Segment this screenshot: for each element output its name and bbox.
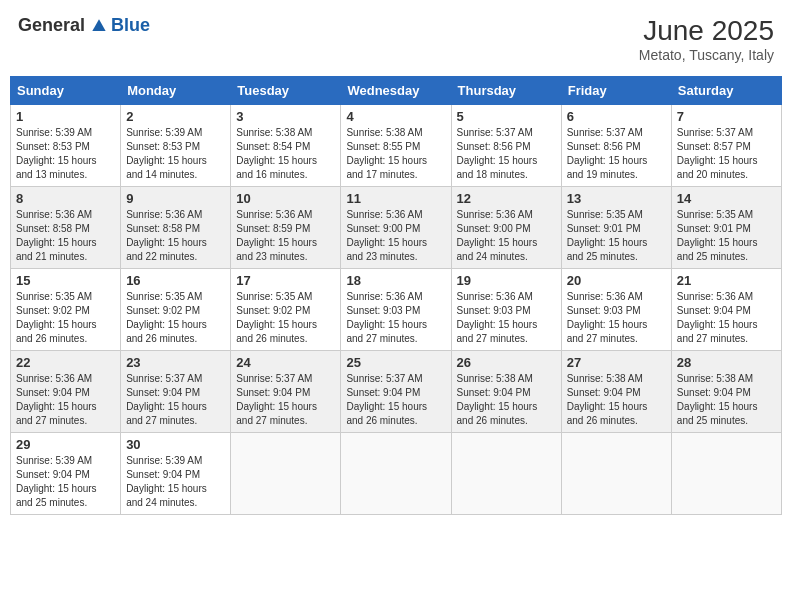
table-row [671,433,781,515]
day-number: 11 [346,191,445,206]
page-header: General Blue June 2025 Metato, Tuscany, … [10,10,782,68]
table-row: 7Sunrise: 5:37 AM Sunset: 8:57 PM Daylig… [671,105,781,187]
header-thursday: Thursday [451,77,561,105]
day-number: 2 [126,109,225,124]
table-row: 28Sunrise: 5:38 AM Sunset: 9:04 PM Dayli… [671,351,781,433]
day-number: 4 [346,109,445,124]
day-info: Sunrise: 5:36 AM Sunset: 8:58 PM Dayligh… [126,208,225,264]
table-row: 1Sunrise: 5:39 AM Sunset: 8:53 PM Daylig… [11,105,121,187]
day-info: Sunrise: 5:35 AM Sunset: 9:02 PM Dayligh… [16,290,115,346]
day-number: 1 [16,109,115,124]
calendar-week-row: 22Sunrise: 5:36 AM Sunset: 9:04 PM Dayli… [11,351,782,433]
day-info: Sunrise: 5:36 AM Sunset: 9:00 PM Dayligh… [457,208,556,264]
header-tuesday: Tuesday [231,77,341,105]
day-number: 23 [126,355,225,370]
calendar-week-row: 8Sunrise: 5:36 AM Sunset: 8:58 PM Daylig… [11,187,782,269]
day-info: Sunrise: 5:37 AM Sunset: 8:57 PM Dayligh… [677,126,776,182]
day-number: 8 [16,191,115,206]
day-number: 3 [236,109,335,124]
table-row: 27Sunrise: 5:38 AM Sunset: 9:04 PM Dayli… [561,351,671,433]
day-info: Sunrise: 5:39 AM Sunset: 9:04 PM Dayligh… [126,454,225,510]
day-number: 28 [677,355,776,370]
day-info: Sunrise: 5:35 AM Sunset: 9:02 PM Dayligh… [236,290,335,346]
day-number: 29 [16,437,115,452]
day-number: 15 [16,273,115,288]
table-row: 26Sunrise: 5:38 AM Sunset: 9:04 PM Dayli… [451,351,561,433]
logo-icon [89,16,109,36]
day-number: 13 [567,191,666,206]
table-row [231,433,341,515]
table-row: 12Sunrise: 5:36 AM Sunset: 9:00 PM Dayli… [451,187,561,269]
day-info: Sunrise: 5:38 AM Sunset: 9:04 PM Dayligh… [457,372,556,428]
month-year-title: June 2025 [639,15,774,47]
table-row: 11Sunrise: 5:36 AM Sunset: 9:00 PM Dayli… [341,187,451,269]
day-info: Sunrise: 5:37 AM Sunset: 8:56 PM Dayligh… [567,126,666,182]
calendar-week-row: 15Sunrise: 5:35 AM Sunset: 9:02 PM Dayli… [11,269,782,351]
table-row: 6Sunrise: 5:37 AM Sunset: 8:56 PM Daylig… [561,105,671,187]
day-number: 21 [677,273,776,288]
header-saturday: Saturday [671,77,781,105]
logo: General Blue [18,15,150,36]
logo-general: General [18,15,85,36]
day-info: Sunrise: 5:36 AM Sunset: 9:04 PM Dayligh… [16,372,115,428]
day-info: Sunrise: 5:36 AM Sunset: 8:59 PM Dayligh… [236,208,335,264]
calendar-week-row: 29Sunrise: 5:39 AM Sunset: 9:04 PM Dayli… [11,433,782,515]
table-row [561,433,671,515]
calendar-week-row: 1Sunrise: 5:39 AM Sunset: 8:53 PM Daylig… [11,105,782,187]
table-row: 23Sunrise: 5:37 AM Sunset: 9:04 PM Dayli… [121,351,231,433]
day-info: Sunrise: 5:39 AM Sunset: 8:53 PM Dayligh… [16,126,115,182]
day-info: Sunrise: 5:35 AM Sunset: 9:01 PM Dayligh… [677,208,776,264]
day-info: Sunrise: 5:36 AM Sunset: 9:03 PM Dayligh… [457,290,556,346]
calendar-header-row: Sunday Monday Tuesday Wednesday Thursday… [11,77,782,105]
day-info: Sunrise: 5:37 AM Sunset: 8:56 PM Dayligh… [457,126,556,182]
header-friday: Friday [561,77,671,105]
day-number: 26 [457,355,556,370]
table-row: 25Sunrise: 5:37 AM Sunset: 9:04 PM Dayli… [341,351,451,433]
day-number: 10 [236,191,335,206]
day-info: Sunrise: 5:38 AM Sunset: 8:55 PM Dayligh… [346,126,445,182]
day-number: 24 [236,355,335,370]
day-info: Sunrise: 5:39 AM Sunset: 9:04 PM Dayligh… [16,454,115,510]
day-number: 9 [126,191,225,206]
day-number: 12 [457,191,556,206]
table-row: 13Sunrise: 5:35 AM Sunset: 9:01 PM Dayli… [561,187,671,269]
day-info: Sunrise: 5:35 AM Sunset: 9:02 PM Dayligh… [126,290,225,346]
day-info: Sunrise: 5:38 AM Sunset: 8:54 PM Dayligh… [236,126,335,182]
day-info: Sunrise: 5:35 AM Sunset: 9:01 PM Dayligh… [567,208,666,264]
day-number: 5 [457,109,556,124]
table-row: 16Sunrise: 5:35 AM Sunset: 9:02 PM Dayli… [121,269,231,351]
day-number: 18 [346,273,445,288]
calendar-table: Sunday Monday Tuesday Wednesday Thursday… [10,76,782,515]
table-row: 2Sunrise: 5:39 AM Sunset: 8:53 PM Daylig… [121,105,231,187]
day-info: Sunrise: 5:39 AM Sunset: 8:53 PM Dayligh… [126,126,225,182]
table-row: 3Sunrise: 5:38 AM Sunset: 8:54 PM Daylig… [231,105,341,187]
title-area: June 2025 Metato, Tuscany, Italy [639,15,774,63]
day-info: Sunrise: 5:37 AM Sunset: 9:04 PM Dayligh… [346,372,445,428]
table-row: 17Sunrise: 5:35 AM Sunset: 9:02 PM Dayli… [231,269,341,351]
table-row: 18Sunrise: 5:36 AM Sunset: 9:03 PM Dayli… [341,269,451,351]
table-row: 5Sunrise: 5:37 AM Sunset: 8:56 PM Daylig… [451,105,561,187]
day-number: 20 [567,273,666,288]
day-info: Sunrise: 5:36 AM Sunset: 9:03 PM Dayligh… [567,290,666,346]
day-info: Sunrise: 5:37 AM Sunset: 9:04 PM Dayligh… [126,372,225,428]
day-info: Sunrise: 5:36 AM Sunset: 9:00 PM Dayligh… [346,208,445,264]
day-info: Sunrise: 5:38 AM Sunset: 9:04 PM Dayligh… [567,372,666,428]
table-row: 30Sunrise: 5:39 AM Sunset: 9:04 PM Dayli… [121,433,231,515]
day-number: 25 [346,355,445,370]
location-subtitle: Metato, Tuscany, Italy [639,47,774,63]
table-row: 9Sunrise: 5:36 AM Sunset: 8:58 PM Daylig… [121,187,231,269]
day-info: Sunrise: 5:36 AM Sunset: 9:04 PM Dayligh… [677,290,776,346]
day-number: 6 [567,109,666,124]
table-row [451,433,561,515]
table-row: 22Sunrise: 5:36 AM Sunset: 9:04 PM Dayli… [11,351,121,433]
table-row: 10Sunrise: 5:36 AM Sunset: 8:59 PM Dayli… [231,187,341,269]
day-number: 30 [126,437,225,452]
table-row: 24Sunrise: 5:37 AM Sunset: 9:04 PM Dayli… [231,351,341,433]
header-monday: Monday [121,77,231,105]
day-number: 16 [126,273,225,288]
table-row: 14Sunrise: 5:35 AM Sunset: 9:01 PM Dayli… [671,187,781,269]
table-row: 19Sunrise: 5:36 AM Sunset: 9:03 PM Dayli… [451,269,561,351]
day-info: Sunrise: 5:37 AM Sunset: 9:04 PM Dayligh… [236,372,335,428]
day-number: 7 [677,109,776,124]
day-info: Sunrise: 5:36 AM Sunset: 9:03 PM Dayligh… [346,290,445,346]
